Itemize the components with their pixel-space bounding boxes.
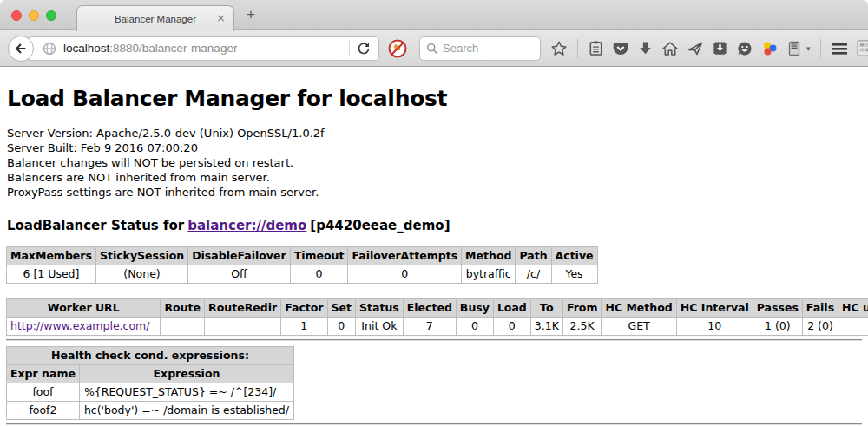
- square-download-icon: [712, 40, 728, 56]
- clipboard-icon: [588, 40, 604, 56]
- hello-button[interactable]: [687, 40, 704, 57]
- browser-tab[interactable]: Balancer Manager ×: [76, 5, 234, 31]
- col-busy: Busy: [456, 299, 493, 318]
- bookmark-star-button[interactable]: [550, 40, 568, 57]
- url-domain: localhost: [63, 42, 109, 55]
- smiley-icon: [736, 40, 753, 57]
- tab-bar: Balancer Manager × +: [0, 0, 868, 30]
- col-load: Load: [493, 299, 530, 318]
- flashblock-button[interactable]: [387, 38, 408, 59]
- pocket-icon: [612, 40, 629, 57]
- table-row: foof %{REQUEST_STATUS} =~ /^[234]/: [7, 383, 294, 402]
- container-button[interactable]: [786, 40, 802, 57]
- col-expression: Expression: [79, 365, 293, 383]
- back-button[interactable]: [8, 36, 34, 62]
- worker-row: http://www.example.com/ 1 0 Init Ok 7 0 …: [7, 318, 868, 336]
- cell-hc-interval: 10: [676, 318, 753, 336]
- search-icon: [426, 43, 438, 55]
- bookmarks-list-button[interactable]: [588, 40, 604, 56]
- url-text: localhost:8880/balancer-manager: [63, 42, 237, 55]
- tab-title: Balancer Manager: [115, 14, 196, 24]
- cell-hc-uri: [838, 318, 868, 336]
- cell-expr-name: foof: [7, 383, 80, 402]
- page-thumbnail-icon: [856, 39, 868, 57]
- cell-status: Init Ok: [356, 318, 404, 336]
- cell-expr-name: foof2: [7, 402, 80, 420]
- window-controls: [11, 10, 56, 21]
- cell-active: Yes: [551, 265, 597, 284]
- col-maxmembers: MaxMembers: [7, 247, 96, 265]
- col-path: Path: [516, 247, 551, 265]
- table-header-row: Worker URL Route RouteRedir Factor Set S…: [7, 299, 868, 318]
- toolbar-separator: [577, 39, 578, 58]
- tab-close-icon[interactable]: ×: [216, 11, 226, 25]
- page-content: Load Balancer Manager for localhost Serv…: [0, 86, 868, 425]
- cell-path: /c/: [516, 265, 551, 284]
- cell-expression: hc('body') =~ /domain is established/: [79, 402, 293, 420]
- separator: [6, 423, 862, 425]
- cell-stickysession: (None): [95, 265, 187, 284]
- server-built-line: Server Built: Feb 9 2016 07:00:20: [7, 141, 862, 155]
- col-passes: Passes: [753, 299, 802, 318]
- col-timeout: Timeout: [290, 247, 348, 265]
- pocket-button[interactable]: [612, 40, 629, 57]
- status-suffix: [p4420eeae_demo]: [310, 218, 450, 233]
- cell-elected: 7: [403, 318, 456, 336]
- col-factor: Factor: [281, 299, 327, 318]
- menu-button[interactable]: [831, 41, 848, 56]
- site-identity-globe-icon: [43, 42, 56, 56]
- new-tab-button[interactable]: +: [247, 6, 255, 23]
- reload-button[interactable]: [357, 42, 371, 56]
- save-to-pocket-button[interactable]: [712, 40, 728, 56]
- feedback-button[interactable]: [736, 40, 753, 57]
- downloads-button[interactable]: [637, 40, 654, 56]
- col-status: Status: [356, 299, 404, 318]
- col-set: Set: [327, 299, 355, 318]
- cell-from: 2.5K: [562, 318, 602, 336]
- url-bar[interactable]: localhost:8880/balancer-manager: [20, 36, 379, 61]
- home-button[interactable]: [661, 40, 679, 57]
- proxypass-notice-line: ProxyPass settings are NOT inherited fro…: [7, 185, 862, 200]
- col-to: To: [530, 299, 562, 318]
- table-title-row: Health check cond. expressions:: [7, 347, 294, 365]
- search-bar[interactable]: [419, 36, 541, 61]
- cell-passes: 1 (0): [753, 318, 802, 336]
- cell-expression: %{REQUEST_STATUS} =~ /^[234]/: [79, 383, 293, 402]
- extension-dots-button[interactable]: [761, 40, 779, 57]
- search-input[interactable]: [443, 42, 529, 55]
- col-fails: Fails: [802, 299, 838, 318]
- cell-disablefailover: Off: [188, 265, 290, 284]
- flash-blocked-icon: [387, 38, 408, 59]
- paper-plane-icon: [687, 40, 704, 57]
- cell-method: bytraffic: [462, 265, 516, 284]
- window-zoom-button[interactable]: [46, 10, 56, 21]
- col-hc-interval: HC Interval: [676, 299, 753, 318]
- toolbar-separator: [820, 39, 821, 58]
- tab-groups-button[interactable]: [856, 39, 868, 57]
- chevron-down-icon[interactable]: ▾: [806, 44, 811, 53]
- hamburger-menu-icon: [831, 41, 848, 56]
- col-route: Route: [161, 299, 205, 318]
- urlbar-separator: [349, 41, 350, 56]
- table-row: foof2 hc('body') =~ /domain is establish…: [7, 402, 294, 420]
- col-hc-uri: HC uri: [838, 299, 868, 318]
- cell-worker-url: http://www.example.com/: [7, 318, 161, 336]
- health-check-title: Health check cond. expressions:: [7, 347, 294, 365]
- col-hc-method: HC Method: [602, 299, 676, 318]
- col-routeredir: RouteRedir: [205, 299, 281, 318]
- home-icon: [661, 40, 679, 57]
- worker-status-table: Worker URL Route RouteRedir Factor Set S…: [6, 298, 868, 336]
- col-failoverattempts: FailoverAttempts: [348, 247, 462, 265]
- toolbar-buttons: ▾: [550, 39, 868, 58]
- reload-icon: [357, 42, 371, 56]
- worker-url-link[interactable]: http://www.example.com/: [10, 319, 149, 332]
- col-worker-url: Worker URL: [7, 299, 161, 318]
- cell-timeout: 0: [290, 265, 348, 284]
- window-minimize-button[interactable]: [29, 10, 39, 21]
- balancer-link[interactable]: balancer://demo: [187, 218, 306, 233]
- col-disablefailover: DisableFailover: [188, 247, 290, 265]
- url-path: :8880/balancer-manager: [109, 42, 237, 55]
- window-close-button[interactable]: [11, 10, 22, 21]
- balancers-notice-line: Balancers are NOT inherited from main se…: [7, 170, 862, 185]
- cell-route: [161, 318, 205, 336]
